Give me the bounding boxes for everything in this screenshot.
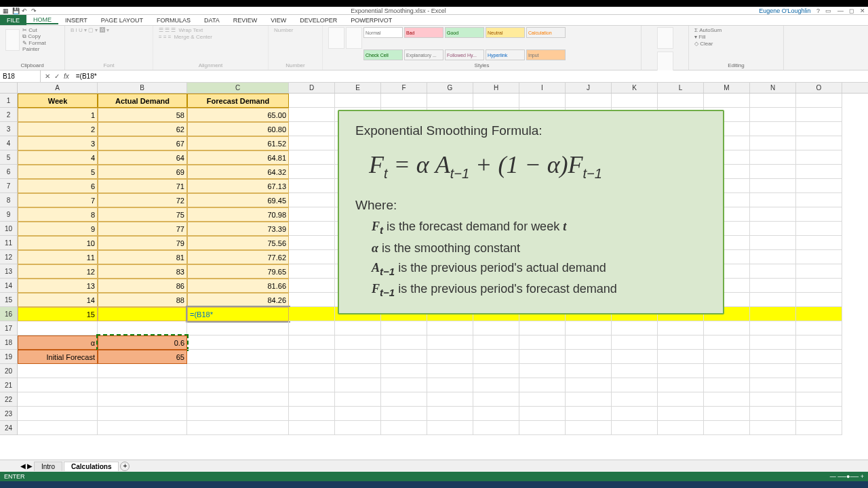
row-header-20[interactable]: 20 [0, 364, 17, 378]
cell[interactable] [335, 378, 381, 392]
cell[interactable] [796, 250, 842, 264]
row-header-7[interactable]: 7 [0, 179, 17, 193]
cell[interactable] [566, 378, 612, 392]
tab-file[interactable]: FILE [0, 15, 26, 25]
style-hyperlink[interactable]: Hyperlink [486, 49, 525, 60]
row-header-5[interactable]: 5 [0, 150, 17, 165]
tab-page-layout[interactable]: PAGE LAYOUT [94, 17, 150, 24]
cell[interactable] [704, 336, 750, 350]
formula-input[interactable] [73, 70, 868, 82]
cell[interactable] [566, 421, 612, 435]
cell[interactable] [750, 150, 796, 165]
maximize-icon[interactable]: ◻ [849, 7, 854, 14]
cell-week-1[interactable]: 1 [18, 108, 98, 122]
cell[interactable] [796, 165, 842, 179]
column-header-F[interactable]: F [381, 83, 427, 93]
row-header-24[interactable]: 24 [0, 421, 17, 435]
cell[interactable] [612, 392, 658, 407]
cell-forecast-2[interactable]: 60.80 [187, 122, 289, 136]
cell[interactable] [796, 307, 842, 321]
row-header-10[interactable]: 10 [0, 222, 17, 236]
enter-formula-icon[interactable]: ✓ [54, 73, 60, 80]
cell[interactable] [566, 392, 612, 407]
cell[interactable] [427, 321, 473, 336]
column-header-J[interactable]: J [566, 83, 612, 93]
cell-forecast-12[interactable]: 79.65 [187, 264, 289, 279]
column-header-D[interactable]: D [289, 83, 335, 93]
cell-week-5[interactable]: 5 [18, 165, 98, 179]
cell-actual-9[interactable]: 77 [98, 222, 187, 236]
row-header-15[interactable]: 15 [0, 293, 17, 307]
tab-insert[interactable]: INSERT [58, 17, 94, 24]
cell[interactable] [796, 207, 842, 222]
cell[interactable] [796, 336, 842, 350]
cell[interactable] [796, 222, 842, 236]
cell-forecast-1[interactable]: 65.00 [187, 108, 289, 122]
zoom-controls[interactable]: — ──●── + [830, 473, 864, 480]
cell[interactable] [427, 350, 473, 364]
cell-week-11[interactable]: 11 [18, 250, 98, 264]
cell[interactable] [658, 321, 704, 336]
paste-button[interactable] [5, 29, 20, 51]
cell[interactable] [612, 378, 658, 392]
row-header-12[interactable]: 12 [0, 250, 17, 264]
row-header-6[interactable]: 6 [0, 165, 17, 179]
cell[interactable] [381, 392, 427, 407]
row-header-3[interactable]: 3 [0, 122, 17, 136]
cell[interactable] [335, 392, 381, 407]
cell[interactable] [473, 407, 519, 421]
row-header-22[interactable]: 22 [0, 392, 17, 407]
cell[interactable] [750, 136, 796, 150]
style-good[interactable]: Good [445, 27, 484, 38]
cell[interactable] [796, 108, 842, 122]
cell[interactable] [750, 336, 796, 350]
copy-button[interactable]: ⧉ Copy [22, 33, 59, 40]
cell-week-9[interactable]: 9 [18, 222, 98, 236]
tab-home[interactable]: HOME [26, 16, 58, 24]
cell[interactable] [335, 336, 381, 350]
cell[interactable] [289, 279, 335, 293]
undo-icon[interactable]: ↶ [22, 7, 28, 14]
cell[interactable] [289, 392, 335, 407]
cell[interactable] [18, 378, 98, 392]
cell-week-15[interactable]: 15 [18, 307, 98, 321]
cell-week-13[interactable]: 13 [18, 279, 98, 293]
cell[interactable] [750, 179, 796, 193]
cell[interactable] [427, 364, 473, 378]
windows-taskbar[interactable] [0, 481, 868, 488]
cell[interactable] [427, 392, 473, 407]
cell[interactable] [704, 321, 750, 336]
row-header-9[interactable]: 9 [0, 207, 17, 222]
cell[interactable] [98, 378, 187, 392]
row-header-18[interactable]: 18 [0, 336, 17, 350]
cell[interactable] [473, 94, 519, 108]
redo-icon[interactable]: ↷ [31, 7, 38, 14]
new-sheet-button[interactable]: + [120, 462, 130, 471]
cell[interactable] [750, 165, 796, 179]
cell[interactable] [289, 136, 335, 150]
minimize-icon[interactable]: — [837, 7, 844, 14]
format-as-table-button[interactable] [346, 27, 362, 49]
cell-forecast-14[interactable]: 84.26 [187, 293, 289, 307]
cell[interactable] [18, 407, 98, 421]
account-name[interactable]: Eugene O'Loughlin [759, 7, 810, 14]
cell[interactable] [519, 407, 566, 421]
cell[interactable] [335, 407, 381, 421]
cell-actual-2[interactable]: 62 [98, 122, 187, 136]
cell[interactable] [335, 350, 381, 364]
cell[interactable] [335, 321, 381, 336]
cell-actual-1[interactable]: 58 [98, 108, 187, 122]
style-followed-hyperlink[interactable]: Followed Hy... [445, 49, 484, 60]
cell[interactable] [289, 222, 335, 236]
cell[interactable] [289, 250, 335, 264]
cell[interactable] [658, 378, 704, 392]
ribbon-options-icon[interactable]: ▭ [825, 7, 831, 14]
column-header-K[interactable]: K [612, 83, 658, 93]
cell[interactable] [289, 122, 335, 136]
cell[interactable] [750, 193, 796, 207]
cell[interactable] [704, 94, 750, 108]
cell[interactable] [381, 321, 427, 336]
cell[interactable] [473, 392, 519, 407]
cell-forecast-4[interactable]: 64.81 [187, 150, 289, 165]
header-actual[interactable]: Actual Demand [98, 94, 187, 108]
